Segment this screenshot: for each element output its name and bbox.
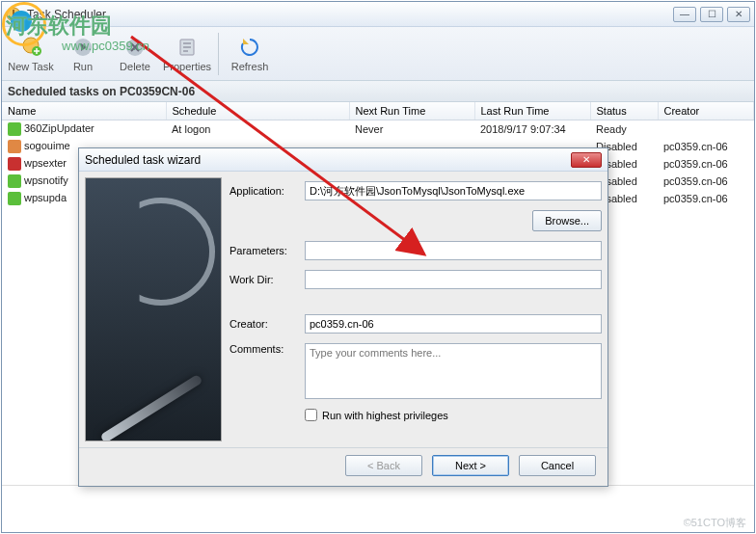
col-next-run[interactable]: Next Run Time bbox=[349, 102, 474, 120]
task-icon bbox=[8, 140, 21, 153]
creator-label: Creator: bbox=[230, 318, 297, 330]
wizard-image bbox=[85, 177, 222, 441]
col-last-run[interactable]: Last Run Time bbox=[474, 102, 590, 120]
run-button[interactable]: Run bbox=[58, 31, 108, 77]
task-icon bbox=[8, 174, 21, 188]
app-icon bbox=[6, 7, 21, 22]
dialog-close-button[interactable]: ✕ bbox=[571, 152, 602, 168]
maximize-button[interactable]: ☐ bbox=[700, 7, 723, 22]
back-button[interactable]: < Back bbox=[345, 455, 422, 476]
browse-button[interactable]: Browse... bbox=[532, 210, 602, 231]
col-status[interactable]: Status bbox=[590, 102, 658, 120]
parameters-label: Parameters: bbox=[230, 245, 297, 256]
run-icon bbox=[71, 36, 94, 59]
parameters-input[interactable] bbox=[305, 241, 602, 260]
properties-button[interactable]: Properties bbox=[162, 31, 212, 77]
wizard-form: Application: Browse... Parameters: Work … bbox=[230, 177, 602, 441]
titlebar: Task Scheduler — ☐ ✕ bbox=[2, 2, 754, 27]
work-dir-input[interactable] bbox=[305, 270, 602, 289]
scheduled-task-wizard-dialog: Scheduled task wizard ✕ Application: Bro… bbox=[78, 147, 608, 487]
comments-label: Comments: bbox=[230, 343, 297, 355]
new-task-button[interactable]: New Task bbox=[6, 31, 56, 77]
highest-privileges-checkbox[interactable] bbox=[305, 409, 317, 421]
highest-privileges-label: Run with highest privileges bbox=[322, 410, 448, 421]
new-task-icon bbox=[19, 36, 42, 59]
comments-input[interactable] bbox=[305, 343, 602, 399]
application-input[interactable] bbox=[305, 181, 602, 200]
close-button[interactable]: ✕ bbox=[727, 7, 750, 22]
section-header: Scheduled tasks on PC0359CN-06 bbox=[2, 81, 754, 102]
minimize-button[interactable]: — bbox=[673, 7, 696, 22]
col-creator[interactable]: Creator bbox=[658, 102, 754, 120]
delete-button[interactable]: Delete bbox=[110, 31, 160, 77]
application-label: Application: bbox=[230, 185, 297, 197]
next-button[interactable]: Next > bbox=[432, 455, 509, 476]
toolbar-separator bbox=[218, 33, 219, 75]
refresh-icon bbox=[238, 36, 261, 59]
footer-watermark: ©51CTO博客 bbox=[684, 516, 746, 530]
dialog-buttons: < Back Next > Cancel bbox=[79, 447, 608, 482]
dialog-titlebar: Scheduled task wizard ✕ bbox=[79, 148, 608, 172]
window-title: Task Scheduler bbox=[27, 8, 673, 21]
col-schedule[interactable]: Schedule bbox=[166, 102, 349, 120]
col-name[interactable]: Name bbox=[2, 102, 166, 120]
properties-icon bbox=[176, 36, 199, 59]
dialog-title: Scheduled task wizard bbox=[85, 153, 571, 167]
task-icon bbox=[8, 122, 21, 136]
cancel-button[interactable]: Cancel bbox=[519, 455, 596, 476]
task-icon bbox=[8, 157, 21, 171]
creator-input[interactable] bbox=[305, 314, 602, 334]
toolbar: New Task Run Delete Properties Refresh bbox=[2, 27, 754, 81]
delete-icon bbox=[123, 36, 147, 59]
refresh-button[interactable]: Refresh bbox=[225, 31, 275, 77]
task-icon bbox=[8, 192, 21, 205]
table-row[interactable]: 360ZipUpdaterAt logonNever2018/9/17 9:07… bbox=[2, 120, 754, 139]
work-dir-label: Work Dir: bbox=[230, 274, 297, 285]
